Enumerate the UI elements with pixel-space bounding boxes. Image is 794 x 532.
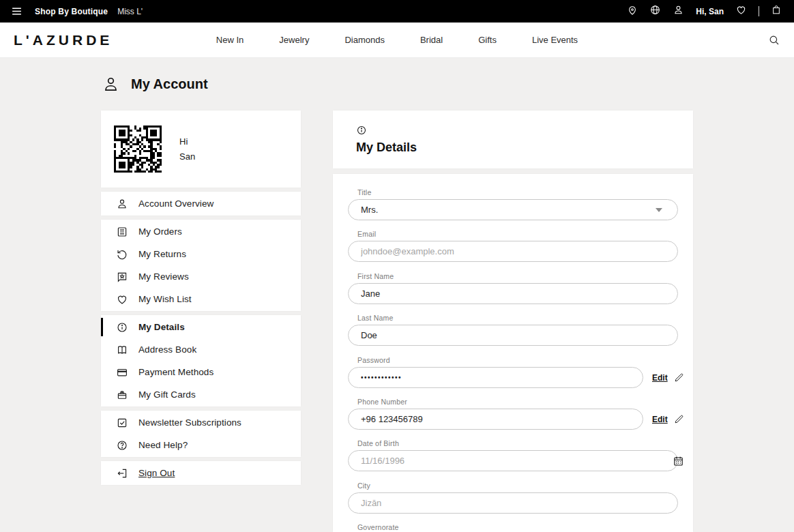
sidebar-item-label: My Details	[138, 322, 185, 332]
account-person-icon	[102, 75, 120, 93]
profile-card: Hi San	[101, 110, 301, 188]
boutique-name-link[interactable]: Miss L'	[117, 7, 143, 16]
sidebar-item-label: My Wish List	[138, 294, 192, 304]
email-field[interactable]	[348, 241, 678, 262]
sidebar-item-label: Newsletter Subscriptions	[138, 417, 241, 428]
sidebar-item-my-reviews[interactable]: My Reviews	[101, 265, 301, 288]
page-title: My Account	[131, 76, 208, 92]
sidebar-item-label: My Reviews	[138, 271, 189, 282]
wishlist-heart-icon[interactable]	[735, 4, 747, 18]
calendar-icon[interactable]	[673, 455, 684, 467]
field-first-name: First Name	[333, 272, 693, 304]
sidebar-item-payment-methods[interactable]: Payment Methods	[101, 361, 301, 383]
city-field[interactable]	[348, 492, 678, 514]
utility-bar: Shop By Boutique Miss L' Hi, San	[0, 0, 794, 23]
field-label: First Name	[357, 272, 693, 280]
page-heading: My Account	[102, 75, 208, 93]
person-icon	[116, 198, 128, 210]
account-sidebar: Hi San Account Overview My Orders My Ret…	[101, 110, 301, 489]
details-header-card: My Details	[333, 110, 693, 168]
sidebar-item-my-returns[interactable]: My Returns	[101, 243, 301, 265]
password-edit[interactable]: Edit	[652, 372, 684, 383]
phone-edit-link[interactable]: Edit	[652, 415, 668, 424]
heart-icon	[116, 293, 128, 306]
sidebar-item-address-book[interactable]: Address Book	[101, 338, 301, 361]
cart-bag-icon[interactable]	[771, 4, 782, 18]
store-locator-icon[interactable]	[627, 5, 638, 18]
phone-field[interactable]	[348, 409, 643, 430]
first-name-field[interactable]	[348, 283, 678, 304]
primary-nav: New In Jewelry Diamonds Bridal Gifts Liv…	[0, 35, 794, 45]
sidebar-item-label: My Gift Cards	[138, 389, 196, 400]
sidebar-group-preferences: Newsletter Subscriptions Need Help?	[101, 411, 301, 457]
main-navbar: L'AZURDE New In Jewelry Diamonds Bridal …	[0, 23, 794, 58]
divider	[759, 6, 759, 16]
sidebar-item-label: Payment Methods	[138, 367, 214, 377]
title-select-value: Mrs.	[361, 205, 378, 215]
sidebar-item-my-gift-cards[interactable]: My Gift Cards	[101, 383, 301, 406]
shop-by-boutique-link[interactable]: Shop By Boutique	[35, 7, 108, 16]
field-password: Password Edit	[333, 356, 693, 388]
field-city: City	[333, 482, 693, 514]
password-edit-link[interactable]: Edit	[652, 373, 668, 383]
newsletter-checkbox-icon	[116, 417, 128, 429]
details-title: My Details	[356, 141, 693, 155]
details-info-icon	[356, 125, 693, 136]
field-label: Email	[357, 230, 693, 238]
sidebar-item-label: Need Help?	[138, 440, 188, 450]
sidebar-item-need-help[interactable]: Need Help?	[101, 434, 301, 456]
sidebar-item-label: My Orders	[138, 226, 182, 237]
last-name-field[interactable]	[348, 325, 678, 346]
pencil-icon	[674, 414, 684, 424]
pencil-icon	[674, 372, 684, 383]
nav-link-live-events[interactable]: Live Events	[532, 35, 578, 45]
nav-link-jewelry[interactable]: Jewelry	[279, 35, 309, 45]
sidebar-item-account-overview[interactable]: Account Overview	[101, 192, 301, 215]
field-label: Phone Number	[357, 398, 693, 406]
password-field[interactable]	[348, 367, 643, 388]
sidebar-item-my-orders[interactable]: My Orders	[101, 220, 301, 243]
field-label: Password	[357, 356, 693, 364]
account-icon[interactable]	[673, 4, 684, 18]
date-of-birth-field[interactable]	[348, 450, 678, 471]
sign-out-icon	[116, 467, 128, 479]
reviews-icon	[116, 271, 128, 283]
info-icon	[116, 321, 128, 334]
field-dob: Date of Birth	[333, 439, 693, 471]
sidebar-item-newsletter-subscriptions[interactable]: Newsletter Subscriptions	[101, 411, 301, 434]
address-book-icon	[116, 344, 128, 356]
sidebar-group-signout: Sign Out	[101, 461, 301, 485]
sidebar-group-details: My Details Address Book Payment Methods …	[101, 315, 301, 407]
nav-link-new-in[interactable]: New In	[216, 35, 244, 45]
sidebar-item-my-wish-list[interactable]: My Wish List	[101, 288, 301, 310]
title-select[interactable]: Mrs.	[348, 199, 678, 220]
greeting-label[interactable]: Hi, San	[696, 7, 724, 16]
details-form-card: Title Mrs. Email First Name	[333, 174, 693, 532]
sidebar-group-overview: Account Overview	[101, 192, 301, 216]
nav-link-diamonds[interactable]: Diamonds	[344, 35, 385, 45]
field-email: Email	[333, 230, 693, 262]
credit-card-icon	[116, 366, 128, 379]
field-last-name: Last Name	[333, 314, 693, 346]
account-page: Shop By Boutique Miss L' Hi, San L'AZURD…	[0, 0, 794, 532]
sidebar-item-label: Account Overview	[138, 198, 214, 209]
my-details-panel: My Details Title Mrs. Email First	[333, 110, 693, 532]
hamburger-menu-icon[interactable]	[11, 5, 23, 17]
field-label: Last Name	[357, 314, 693, 322]
help-icon	[116, 439, 128, 452]
sidebar-item-my-details[interactable]: My Details	[101, 316, 301, 338]
search-icon[interactable]	[768, 34, 780, 46]
field-label: City	[357, 482, 693, 490]
sidebar-item-sign-out[interactable]: Sign Out	[101, 462, 301, 484]
phone-edit[interactable]: Edit	[652, 414, 684, 424]
qr-code	[114, 125, 162, 173]
nav-link-bridal[interactable]: Bridal	[420, 35, 443, 45]
sidebar-item-label: Sign Out	[138, 468, 175, 478]
sidebar-group-orders: My Orders My Returns My Reviews My Wish …	[101, 220, 301, 311]
field-phone: Phone Number Edit	[333, 398, 693, 430]
nav-link-gifts[interactable]: Gifts	[478, 35, 497, 45]
language-globe-icon[interactable]	[649, 4, 661, 18]
chevron-down-icon	[656, 208, 662, 212]
sidebar-item-label: Address Book	[138, 344, 196, 355]
sidebar-item-label: My Returns	[138, 249, 186, 259]
